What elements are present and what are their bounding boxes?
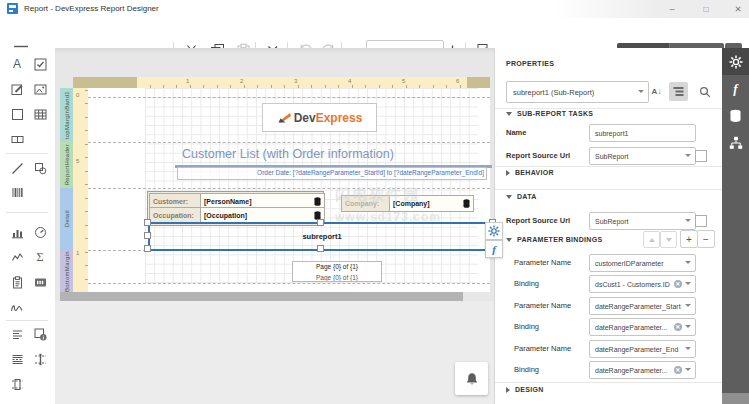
ruler-number: 0 [76, 92, 79, 98]
shape-icon[interactable] [32, 160, 48, 176]
toolbox-separator [6, 320, 48, 321]
page-info-control[interactable]: Page {0} of {1} Page {0} of {1} [292, 261, 382, 282]
section-behavior[interactable]: BEHAVIOR [506, 169, 554, 176]
clear-icon[interactable]: ✕ [674, 323, 683, 332]
subreport-icon[interactable] [32, 326, 48, 342]
chart-icon[interactable] [9, 224, 25, 240]
section-subreport-tasks[interactable]: SUB-REPORT TASKS [506, 110, 593, 117]
close-button[interactable]: ✕ [727, 2, 749, 16]
band-separator[interactable] [88, 142, 490, 143]
report-source-checkbox[interactable] [695, 150, 707, 162]
logo-picture-box[interactable]: DevExpress [262, 103, 377, 132]
occupation-value-field[interactable]: [Occupation] [200, 207, 325, 223]
band-report-header[interactable]: ReportHeader [60, 142, 73, 188]
signature-icon[interactable] [9, 299, 25, 315]
company-label[interactable]: Company: [341, 195, 394, 212]
clear-icon[interactable]: ✕ [674, 280, 683, 289]
gauge-icon[interactable] [32, 224, 48, 240]
report-designer-window: Report - DevExpress Report Designer – □ … [0, 0, 749, 404]
parameter-name-dropdown[interactable]: customerIDParameter [589, 254, 696, 272]
data-report-source-checkbox[interactable] [695, 215, 707, 227]
gear-icon [729, 55, 743, 69]
selected-object-dropdown[interactable]: subreport1 (Sub-Report) [506, 81, 649, 103]
name-input[interactable]: subreport1 [589, 124, 696, 142]
clipboard-icon[interactable] [9, 274, 25, 290]
binding-label: Binding [514, 322, 539, 331]
label-icon[interactable]: A [9, 56, 25, 72]
parameter-name-dropdown[interactable]: dateRangeParameter_Start [589, 297, 696, 315]
binding-label: Binding [514, 279, 539, 288]
chevron-right-icon [506, 170, 510, 176]
pdf-content-icon[interactable] [32, 274, 48, 290]
minimize-button[interactable]: – [661, 2, 683, 16]
control-toolbox: A [0, 48, 56, 404]
band-top-margin[interactable]: topMarginBand1 [60, 88, 73, 142]
selection-handle[interactable] [317, 219, 324, 226]
ruler-number: 3 [294, 78, 297, 84]
report-structure-tab-button[interactable] [722, 129, 749, 156]
binding-dropdown[interactable]: dateRangeParameter...✕ [589, 318, 696, 336]
database-icon [729, 109, 742, 123]
binding-label: Binding [514, 365, 539, 374]
selection-handle[interactable] [317, 245, 324, 252]
check-box-icon[interactable] [32, 56, 48, 72]
field-list-tab-button[interactable] [722, 102, 749, 129]
clear-icon[interactable]: ✕ [674, 366, 683, 375]
binding-dropdown[interactable]: dateRangeParameter...✕ [589, 361, 696, 379]
page-break-icon[interactable] [9, 351, 25, 367]
sparkline-icon[interactable] [9, 249, 25, 265]
band-detail[interactable]: Detail [60, 188, 73, 250]
horizontal-scrollbar[interactable] [60, 292, 463, 301]
logo-text-express: Express [316, 111, 363, 125]
design-surface[interactable]: 1 2 3 4 5 6 topMarginBand1 ReportHeader … [55, 48, 494, 404]
barcode-icon[interactable] [9, 184, 25, 200]
smart-tag-gear-button[interactable] [485, 222, 503, 240]
chevron-right-icon [506, 387, 510, 393]
properties-tab-button[interactable] [722, 48, 749, 75]
sort-properties-button[interactable]: A↓ [648, 83, 665, 100]
band-bottom-margin[interactable]: BottomMargin [60, 250, 73, 292]
chevron-down-icon [685, 219, 691, 222]
chevron-down-icon [666, 238, 672, 242]
binding-dropdown[interactable]: dsCust1 - Customers.ID✕ [589, 275, 696, 293]
expressions-tab-button[interactable]: f [722, 75, 749, 102]
table-of-contents-icon[interactable] [9, 326, 25, 342]
move-binding-down-button[interactable] [660, 231, 677, 248]
occupation-label[interactable]: Occupation: [149, 207, 205, 223]
remove-binding-button[interactable]: − [697, 230, 715, 248]
order-date-label[interactable]: Order Date: [?dateRangeParameter_Start!d… [177, 167, 487, 180]
notifications-button[interactable] [455, 362, 488, 395]
company-value-field[interactable]: [Company] [389, 195, 474, 212]
parameter-name-dropdown[interactable]: dateRangeParameter_End [589, 340, 696, 358]
add-binding-button[interactable]: + [680, 230, 698, 248]
line-icon[interactable] [9, 160, 25, 176]
selection-handle[interactable] [144, 245, 151, 252]
search-properties-button[interactable] [695, 82, 714, 101]
selection-handle[interactable] [144, 219, 151, 226]
section-design[interactable]: DESIGN [506, 386, 544, 393]
panel-divider [495, 166, 723, 167]
table-icon[interactable] [32, 106, 48, 122]
report-title-label[interactable]: Customer List (with Order information) [175, 147, 492, 168]
panel-collapse-button[interactable] [722, 393, 749, 404]
panel-icon[interactable] [9, 106, 25, 122]
cross-band-line-icon[interactable] [32, 351, 48, 367]
move-binding-up-button[interactable] [643, 231, 660, 248]
data-report-source-url-dropdown[interactable]: SubReport [589, 212, 696, 230]
cross-band-box-icon[interactable] [9, 376, 25, 392]
character-comb-icon[interactable] [9, 131, 25, 147]
section-parameter-bindings[interactable]: PARAMETER BINDINGS [506, 236, 602, 243]
parameter-name-label: Parameter Name [514, 344, 571, 353]
app-icon-detail [9, 5, 16, 8]
band-separator[interactable] [88, 188, 490, 189]
maximize-button[interactable]: □ [695, 2, 717, 16]
pivot-grid-icon[interactable]: Σ [32, 249, 48, 265]
picture-box-icon[interactable] [32, 81, 48, 97]
smart-tag-expression-button[interactable]: f [485, 240, 503, 258]
selection-handle[interactable] [144, 232, 151, 239]
report-source-url-dropdown[interactable]: SubReport [589, 147, 696, 165]
rich-text-icon[interactable] [9, 81, 25, 97]
section-data[interactable]: DATA [506, 193, 537, 200]
ruler-number: 5 [76, 158, 79, 164]
category-view-button[interactable] [669, 82, 688, 101]
